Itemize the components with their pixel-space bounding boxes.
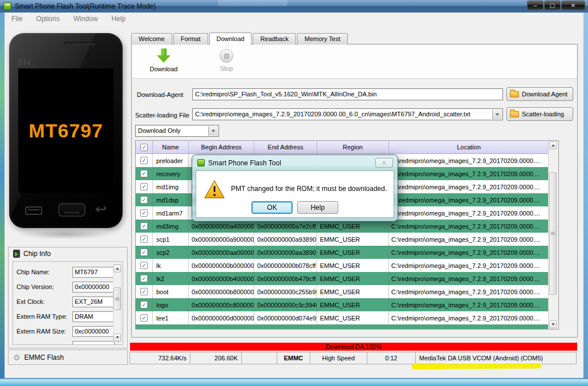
row-checkbox[interactable]: ✓ xyxy=(140,262,148,269)
stop-tool-label: Stop xyxy=(204,65,249,72)
row-checkbox[interactable]: ✓ xyxy=(140,235,148,243)
col-begin-address[interactable]: Begin Address xyxy=(189,141,254,153)
scatter-loading-button[interactable]: Scatter-loading xyxy=(506,107,573,121)
cell-name: preloader xyxy=(153,154,189,167)
col-region[interactable]: Region xyxy=(317,141,389,153)
table-row[interactable]: ✓ scp2 0x000000000aa00000 0x000000000aa3… xyxy=(136,246,558,259)
title-bar[interactable]: Smart Phone Flash Tool(Runtime Trace Mod… xyxy=(0,0,588,13)
table-row[interactable]: ✓ tee1 0x000000000d000000 0x000000000d07… xyxy=(136,311,558,324)
status-elapsed-time: 0:12 xyxy=(367,352,416,364)
row-checkbox[interactable]: ✓ xyxy=(140,196,148,204)
row-checkbox[interactable]: ✓ xyxy=(140,249,148,256)
row-checkbox[interactable]: ✓ xyxy=(140,301,148,308)
row-checkbox[interactable]: ✓ xyxy=(140,275,148,282)
ram-size-label: Extern RAM Size: xyxy=(17,328,66,335)
col-name[interactable]: Name xyxy=(153,141,189,153)
screen: Smart Phone Flash Tool(Runtime Trace Mod… xyxy=(0,0,588,386)
table-header: ✓ Name Begin Address End Address Region … xyxy=(136,141,558,154)
stop-tool-button[interactable]: Stop xyxy=(204,49,249,72)
cell-region: EMMC_USER xyxy=(317,233,389,246)
cell-location: C:\redmipro\omega_images_7.2.9_20170209.… xyxy=(389,259,549,272)
dialog-help-button[interactable]: Help xyxy=(297,201,338,214)
close-button[interactable]: ✕ xyxy=(561,1,585,10)
chip-info-scrollbar[interactable] xyxy=(113,264,121,342)
ext-clock-value[interactable]: EXT_26M xyxy=(72,296,115,307)
combo-dropdown-icon[interactable] xyxy=(492,109,502,119)
minimize-button[interactable]: – xyxy=(527,1,544,10)
menu-file[interactable]: File xyxy=(5,13,29,25)
phone-chip-label: MT6797 xyxy=(29,120,103,142)
cell-location: C:\redmipro\omega_images_7.2.9_20170209.… xyxy=(389,193,549,206)
tab-welcome[interactable]: Welcome xyxy=(131,33,172,44)
download-agent-input[interactable]: C:\redmipro\SP_Flash_Tool_v5.1620_Win\MT… xyxy=(192,88,503,100)
menu-options[interactable]: Options xyxy=(29,13,66,25)
chip-info-header[interactable]: Chip Info xyxy=(9,247,127,260)
table-scrollbar[interactable] xyxy=(548,141,558,329)
progress-bar: Download DA 100% xyxy=(130,343,577,351)
dialog-ok-button[interactable]: OK xyxy=(252,201,293,214)
dialog-title: Smart Phone Flash Tool xyxy=(208,159,281,167)
cell-region: EMMC_USER xyxy=(317,259,389,272)
cell-location: C:\redmipro\omega_images_7.2.9_20170209.… xyxy=(389,298,549,311)
download-mode-select[interactable]: Download Only xyxy=(135,125,219,137)
tab-readback[interactable]: Readback xyxy=(253,33,296,44)
dialog-message: PMT changed for the ROM; it must be down… xyxy=(231,185,387,193)
status-link-speed: High Speed xyxy=(310,352,367,364)
select-all-checkbox[interactable]: ✓ xyxy=(136,141,153,153)
scroll-thumb[interactable] xyxy=(549,172,557,295)
row-checkbox[interactable]: ✓ xyxy=(140,314,148,322)
combo-dropdown-icon[interactable] xyxy=(208,126,218,136)
download-agent-button[interactable]: Download Agent xyxy=(506,87,573,101)
folder-icon xyxy=(510,91,519,97)
table-row[interactable]: ✓ lk2 0x000000000b400000 0x000000000b478… xyxy=(136,272,558,285)
scatter-file-combo[interactable]: C:\redmipro\omega_images_7.2.9_20170209.… xyxy=(192,108,503,120)
row-checkbox[interactable]: ✓ xyxy=(140,183,148,190)
row-checkbox[interactable]: ✓ xyxy=(140,222,148,230)
download-mode-value: Download Only xyxy=(138,127,181,134)
download-agent-label: Download-Agent xyxy=(137,91,183,98)
table-row[interactable]: ✓ scp1 0x000000000a900000 0x000000000a93… xyxy=(136,233,558,246)
dialog-close-button[interactable]: ✕ xyxy=(375,158,393,168)
tab-format[interactable]: Format xyxy=(173,33,208,44)
col-end-address[interactable]: End Address xyxy=(254,141,317,153)
cell-end-address: 0x000000000b478cff xyxy=(254,272,317,285)
cell-begin-address: 0x000000000b400000 xyxy=(189,272,254,285)
chip-extra-field-partial xyxy=(72,341,115,345)
row-checkbox[interactable]: ✓ xyxy=(140,288,148,295)
tab-download[interactable]: Download xyxy=(209,32,252,44)
cell-region: EMMC_USER xyxy=(317,285,389,298)
chip-name-value[interactable]: MT6797 xyxy=(72,267,115,278)
scatter-button-label: Scatter-loading xyxy=(522,111,564,117)
col-location[interactable]: Location xyxy=(389,141,549,153)
row-checkbox[interactable]: ✓ xyxy=(140,170,148,177)
tab-memory-test[interactable]: Memory Test xyxy=(297,33,348,44)
cell-location: C:\redmipro\omega_images_7.2.9_20170209.… xyxy=(389,154,549,167)
cell-end-address: 0x000000000a93890f xyxy=(254,233,317,246)
menu-window[interactable]: Window xyxy=(67,13,105,25)
chip-version-value[interactable]: 0x00000000 xyxy=(72,282,115,292)
chip-info-panel: Chip Info Chip Name: MT6797 Chip Version… xyxy=(8,247,128,348)
cell-name: tee1 xyxy=(153,311,189,324)
ram-type-value[interactable]: DRAM xyxy=(72,311,115,322)
scroll-up-icon[interactable] xyxy=(549,141,557,149)
emmc-flash-section[interactable]: ⚙ EMMC Flash xyxy=(8,350,128,365)
scroll-down-icon[interactable] xyxy=(549,320,557,328)
row-checkbox[interactable]: ✓ xyxy=(140,157,148,164)
table-row[interactable]: ✓ logo 0x000000000c800000 0x000000000c9c… xyxy=(136,298,558,311)
row-checkbox[interactable]: ✓ xyxy=(140,209,148,217)
scroll-up-icon[interactable] xyxy=(113,265,121,273)
scroll-down-icon[interactable] xyxy=(113,334,121,342)
app-icon xyxy=(3,2,11,10)
table-row[interactable]: ✓ lk 0x000000000b000000 0x000000000b078c… xyxy=(136,259,558,272)
download-tool-button[interactable]: Download xyxy=(141,48,186,72)
dialog-title-bar[interactable]: Smart Phone Flash Tool xyxy=(192,155,398,170)
menu-help[interactable]: Help xyxy=(104,13,132,25)
table-row[interactable]: ✓ boot 0x000000000b800000 0x000000000c25… xyxy=(136,285,558,298)
menu-bar: File Options Window Help xyxy=(5,13,583,25)
maximize-button[interactable]: ▢ xyxy=(544,1,561,10)
emmc-flash-label: EMMC Flash xyxy=(25,354,64,361)
scroll-thumb[interactable] xyxy=(113,287,121,310)
cell-end-address: 0x000000000aa3890f xyxy=(254,246,317,259)
table-row[interactable]: ✓ md3img 0x000000000a400000 0x000000000a… xyxy=(136,220,558,233)
ram-size-value[interactable]: 0xc0000000 xyxy=(72,326,115,337)
